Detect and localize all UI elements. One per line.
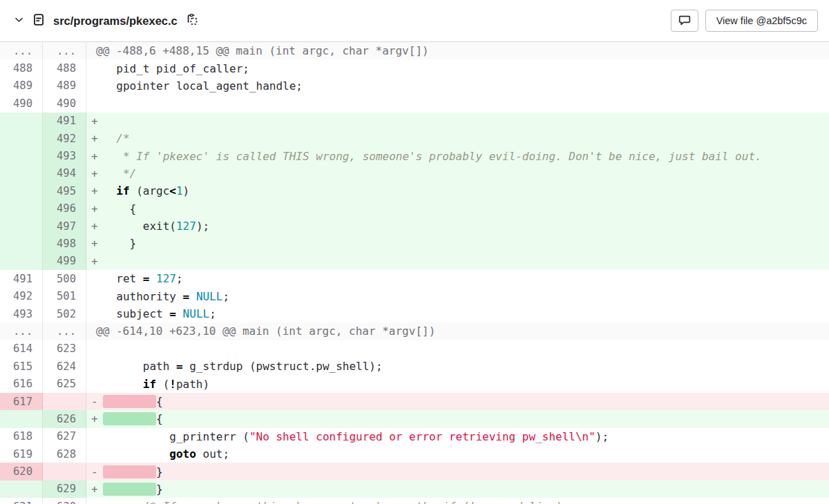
line-number-new[interactable]	[43, 463, 86, 480]
expand-hunk-old[interactable]: ...	[0, 42, 43, 59]
code-line: pid_t pid_of_caller;	[86, 59, 829, 77]
chevron-down-icon	[14, 14, 24, 27]
code-line: path = g_strdup (pwstruct.pw_shell);	[86, 358, 829, 375]
line-number-old[interactable]	[0, 217, 43, 235]
line-number-new[interactable]: 629	[43, 481, 86, 498]
line-number-new[interactable]: 500	[43, 270, 86, 287]
code-segment: {	[103, 202, 136, 215]
code-segment: g_printerr (	[103, 430, 249, 443]
line-number-new[interactable]: 493	[43, 147, 86, 164]
line-number-old[interactable]: 491	[0, 270, 43, 287]
line-number-old[interactable]	[0, 200, 43, 217]
line-number-old[interactable]	[0, 130, 43, 147]
diff-marker	[91, 378, 103, 391]
hunk-header: @@ -488,6 +488,15 @@ main (int argc, cha…	[86, 42, 829, 59]
line-number-old[interactable]: 621	[0, 498, 43, 504]
line-number-old[interactable]: 492	[0, 287, 43, 304]
diff-marker: +	[91, 132, 103, 145]
line-number-old[interactable]	[0, 165, 43, 182]
line-number-new[interactable]: 496	[43, 200, 86, 217]
code-segment: (	[156, 378, 169, 391]
diff-marker: +	[91, 202, 103, 215]
line-number-new[interactable]: 491	[43, 113, 86, 130]
line-number-new[interactable]: 502	[43, 305, 86, 322]
code-segment: NULL	[183, 307, 210, 320]
code-segment	[103, 483, 156, 496]
diff-marker	[91, 62, 103, 75]
line-number-new[interactable]: 628	[43, 445, 86, 463]
line-number-old[interactable]	[0, 481, 43, 498]
code-segment	[176, 307, 183, 320]
line-number-old[interactable]	[0, 182, 43, 200]
code-segment: ret	[103, 272, 143, 285]
line-number-old[interactable]: 493	[0, 305, 43, 322]
line-number-new[interactable]: 626	[43, 410, 86, 427]
diff-marker	[91, 79, 103, 93]
code-line: gpointer local_agent_handle;	[86, 77, 829, 95]
line-number-old[interactable]	[0, 113, 43, 130]
line-number-new[interactable]: 489	[43, 77, 86, 95]
code-segment	[103, 378, 143, 391]
code-segment: goto	[169, 447, 196, 461]
collapse-file-button[interactable]	[12, 13, 26, 28]
line-number-new[interactable]: 499	[43, 253, 86, 270]
view-file-button[interactable]: View file @a2bf5c9c	[705, 10, 818, 32]
line-number-new[interactable]: 501	[43, 287, 86, 304]
line-number-new[interactable]: 495	[43, 182, 86, 200]
diff-marker: +	[91, 184, 103, 197]
line-number-new[interactable]: 498	[43, 235, 86, 252]
diff-marker	[91, 342, 103, 356]
hunk-header: @@ -614,10 +623,10 @@ main (int argc, ch…	[86, 322, 829, 340]
line-number-old[interactable]	[0, 410, 43, 427]
code-segment	[103, 447, 169, 461]
code-segment: exit(	[103, 220, 176, 233]
line-number-new[interactable]: 625	[43, 375, 86, 392]
code-segment: ;	[222, 290, 229, 303]
line-number-new[interactable]	[43, 393, 86, 410]
line-number-new[interactable]: 627	[43, 428, 86, 445]
line-number-old[interactable]	[0, 253, 43, 270]
diff-marker: +	[91, 150, 103, 163]
diff-marker	[91, 360, 103, 373]
line-number-old[interactable]	[0, 235, 43, 252]
line-number-old[interactable]: 490	[0, 95, 43, 112]
line-number-old[interactable]: 489	[0, 77, 43, 95]
copy-path-button[interactable]	[184, 12, 200, 30]
code-line	[86, 95, 829, 112]
expand-hunk-old[interactable]: ...	[0, 322, 43, 340]
expand-hunk-new[interactable]: ...	[43, 322, 86, 340]
line-number-new[interactable]: 623	[43, 340, 86, 358]
diff-row: 619628 goto out;	[0, 445, 829, 463]
line-number-old[interactable]	[0, 147, 43, 164]
line-number-old[interactable]: 615	[0, 358, 43, 375]
diff-marker	[91, 97, 103, 110]
line-number-new[interactable]: 497	[43, 217, 86, 235]
line-number-old[interactable]: 620	[0, 463, 43, 480]
line-number-old[interactable]: 488	[0, 59, 43, 77]
line-number-old[interactable]: 618	[0, 428, 43, 445]
expand-hunk-new[interactable]: ...	[43, 42, 86, 59]
comment-button[interactable]	[671, 10, 698, 32]
code-segment	[149, 272, 156, 285]
line-number-new[interactable]: 630	[43, 498, 86, 504]
code-segment: !	[169, 378, 176, 391]
code-line: goto out;	[86, 445, 829, 463]
line-number-new[interactable]: 494	[43, 165, 86, 182]
line-number-new[interactable]: 488	[43, 59, 86, 77]
code-segment: */	[103, 167, 136, 180]
line-number-new[interactable]: 624	[43, 358, 86, 375]
file-path-title[interactable]: src/programs/pkexec.c	[53, 14, 178, 28]
diff-row: 496+ {	[0, 200, 829, 217]
line-number-old[interactable]: 619	[0, 445, 43, 463]
diff-row: 618627 g_printerr ("No shell configured …	[0, 428, 829, 445]
code-segment: }	[156, 483, 163, 496]
line-number-old[interactable]: 617	[0, 393, 43, 410]
code-segment: * If 'pkexec' is called THIS wrong, some…	[103, 150, 762, 163]
code-line: - }	[86, 463, 829, 480]
code-segment: 127	[176, 220, 196, 233]
line-number-old[interactable]: 614	[0, 340, 43, 358]
line-number-new[interactable]: 490	[43, 95, 86, 112]
line-number-old[interactable]: 616	[0, 375, 43, 392]
line-number-new[interactable]: 492	[43, 130, 86, 147]
code-segment: gpointer local_agent_handle;	[103, 79, 303, 93]
